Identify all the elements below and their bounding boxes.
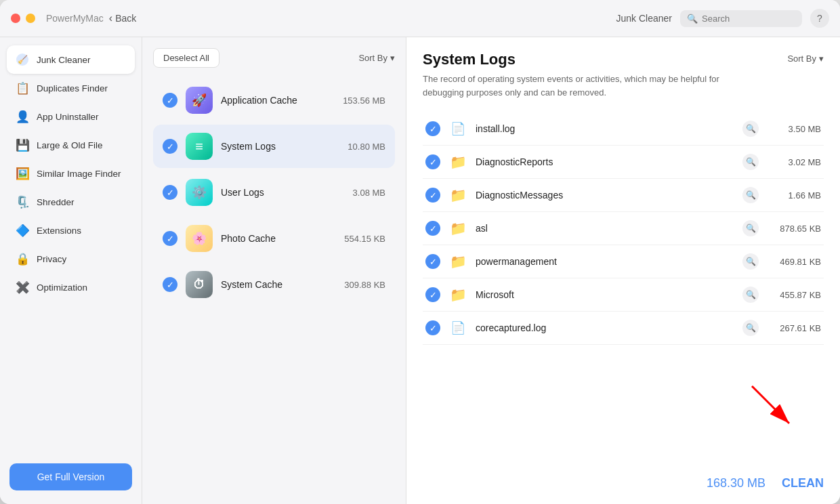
- microsoft-search-icon[interactable]: 🔍: [742, 287, 759, 303]
- help-button[interactable]: ?: [810, 9, 829, 28]
- category-item-photo-cache[interactable]: ✓ 🌸 Photo Cache 554.15 KB: [153, 217, 395, 260]
- titlebar: PowerMyMac ‹ Back Junk Cleaner 🔍 ?: [0, 0, 840, 37]
- asl-search-icon[interactable]: 🔍: [742, 220, 759, 236]
- category-item-app-cache[interactable]: ✓ 🚀 Application Cache 153.56 MB: [153, 79, 395, 122]
- diagnostic-reports-name: DiagnosticReports: [476, 156, 734, 167]
- microsoft-checkbox[interactable]: ✓: [425, 287, 440, 302]
- sidebar-item-similar-image-finder[interactable]: 🖼️ Similar Image Finder: [7, 159, 135, 188]
- user-logs-icon: ⚙️: [186, 179, 213, 206]
- app-cache-name: Application Cache: [221, 95, 335, 106]
- sidebar-item-privacy[interactable]: 🔒 Privacy: [7, 245, 135, 273]
- clean-button[interactable]: CLEAN: [782, 476, 824, 490]
- right-panel-title: System Logs: [423, 51, 824, 68]
- sort-by-dropdown[interactable]: Sort By ▾: [358, 53, 395, 63]
- deselect-all-button[interactable]: Deselect All: [153, 48, 219, 68]
- asl-name: asl: [476, 223, 734, 234]
- powermanagement-size: 469.81 KB: [767, 257, 821, 267]
- app-cache-checkbox[interactable]: ✓: [163, 93, 177, 108]
- system-cache-name: System Cache: [221, 279, 336, 290]
- sidebar-item-extensions[interactable]: 🔷 Extensions: [7, 216, 135, 245]
- photo-cache-checkbox[interactable]: ✓: [163, 231, 177, 246]
- photo-cache-info: Photo Cache: [221, 233, 336, 244]
- sidebar-item-label: Extensions: [37, 226, 81, 236]
- corecaptured-log-search-icon[interactable]: 🔍: [742, 320, 759, 336]
- system-logs-info: System Logs: [221, 141, 339, 152]
- file-item-powermanagement[interactable]: ✓ 📁 powermanagement 🔍 469.81 KB: [423, 245, 824, 278]
- install-log-checkbox[interactable]: ✓: [425, 121, 440, 136]
- corecaptured-log-icon: 📄: [448, 318, 467, 337]
- asl-size: 878.65 KB: [767, 224, 821, 234]
- main-window: PowerMyMac ‹ Back Junk Cleaner 🔍 ? 🧹 Jun…: [0, 0, 840, 504]
- sidebar-item-junk-cleaner[interactable]: 🧹 Junk Cleaner: [7, 45, 135, 74]
- minimize-button[interactable]: [26, 14, 35, 23]
- diagnostic-reports-checkbox[interactable]: ✓: [425, 154, 440, 169]
- sidebar: 🧹 Junk Cleaner 📋 Duplicates Finder 👤 App…: [0, 37, 142, 504]
- asl-checkbox[interactable]: ✓: [425, 221, 440, 236]
- powermanagement-search-icon[interactable]: 🔍: [742, 253, 759, 270]
- large-old-file-icon: 💾: [15, 138, 30, 152]
- sidebar-item-duplicates-finder[interactable]: 📋 Duplicates Finder: [7, 74, 135, 102]
- sidebar-item-label: Shredder: [37, 197, 75, 207]
- chevron-left-icon: ‹: [109, 12, 112, 24]
- sidebar-item-large-old-file[interactable]: 💾 Large & Old File: [7, 131, 135, 159]
- diagnostic-reports-search-icon[interactable]: 🔍: [742, 154, 759, 170]
- sidebar-item-app-uninstaller[interactable]: 👤 App Uninstaller: [7, 102, 135, 131]
- file-item-asl[interactable]: ✓ 📁 asl 🔍 878.65 KB: [423, 212, 824, 245]
- user-logs-size: 3.08 MB: [353, 188, 385, 198]
- system-cache-info: System Cache: [221, 279, 336, 290]
- powermanagement-checkbox[interactable]: ✓: [425, 254, 440, 269]
- diagnostic-reports-icon: 📁: [448, 152, 467, 171]
- search-bar[interactable]: 🔍: [680, 10, 802, 27]
- duplicates-finder-icon: 📋: [15, 81, 30, 96]
- middle-panel: Deselect All Sort By ▾ ✓ 🚀 Application C…: [142, 37, 406, 504]
- category-item-system-cache[interactable]: ✓ ⏱ System Cache 309.88 KB: [153, 263, 395, 306]
- file-item-diagnostic-messages[interactable]: ✓ 📁 DiagnosticMessages 🔍 1.66 MB: [423, 179, 824, 212]
- diagnostic-messages-search-icon[interactable]: 🔍: [742, 187, 759, 203]
- user-logs-checkbox[interactable]: ✓: [163, 185, 177, 200]
- get-full-version-button[interactable]: Get Full Version: [9, 463, 132, 490]
- corecaptured-log-checkbox[interactable]: ✓: [425, 320, 440, 335]
- file-item-corecaptured-log[interactable]: ✓ 📄 corecaptured.log 🔍 267.61 KB: [423, 312, 824, 345]
- right-sort-by[interactable]: Sort By ▾: [787, 54, 824, 64]
- app-cache-size: 153.56 MB: [343, 96, 385, 106]
- category-item-system-logs[interactable]: ✓ ≡ System Logs 10.80 MB: [153, 125, 395, 168]
- file-item-install-log[interactable]: ✓ 📄 install.log 🔍 3.50 MB: [423, 112, 824, 146]
- right-panel: Sort By ▾ System Logs The record of oper…: [406, 37, 840, 504]
- search-input[interactable]: [702, 14, 795, 24]
- file-item-microsoft[interactable]: ✓ 📁 Microsoft 🔍 455.87 KB: [423, 278, 824, 312]
- sidebar-item-label: Large & Old File: [37, 140, 103, 150]
- photo-cache-size: 554.15 KB: [344, 234, 385, 244]
- right-sort-chevron-icon: ▾: [819, 54, 824, 64]
- similar-image-finder-icon: 🖼️: [15, 166, 30, 181]
- sort-by-chevron-icon: ▾: [390, 53, 395, 63]
- powermanagement-name: powermanagement: [476, 256, 734, 267]
- titlebar-title: Junk Cleaner: [616, 13, 673, 24]
- sidebar-item-label: Privacy: [37, 254, 66, 264]
- file-item-diagnostic-reports[interactable]: ✓ 📁 DiagnosticReports 🔍 3.02 MB: [423, 146, 824, 179]
- category-item-user-logs[interactable]: ✓ ⚙️ User Logs 3.08 MB: [153, 171, 395, 214]
- sidebar-item-optimization[interactable]: ✖️ Optimization: [7, 273, 135, 301]
- system-cache-checkbox[interactable]: ✓: [163, 277, 177, 292]
- sidebar-item-shredder[interactable]: 🗜️ Shredder: [7, 188, 135, 216]
- close-button[interactable]: [11, 14, 20, 23]
- diagnostic-messages-checkbox[interactable]: ✓: [425, 188, 440, 203]
- sidebar-items: 🧹 Junk Cleaner 📋 Duplicates Finder 👤 App…: [7, 45, 135, 301]
- privacy-icon: 🔒: [15, 251, 30, 266]
- photo-cache-name: Photo Cache: [221, 233, 336, 244]
- system-cache-size: 309.88 KB: [344, 280, 385, 290]
- diagnostic-messages-icon: 📁: [448, 186, 467, 205]
- system-logs-checkbox[interactable]: ✓: [163, 139, 177, 154]
- app-cache-icon: 🚀: [186, 87, 213, 114]
- user-logs-info: User Logs: [221, 187, 345, 198]
- file-list: ✓ 📄 install.log 🔍 3.50 MB ✓ 📁 Diagnostic…: [423, 112, 824, 465]
- asl-icon: 📁: [448, 219, 467, 238]
- system-cache-icon: ⏱: [186, 271, 213, 298]
- back-button[interactable]: ‹ Back: [104, 8, 142, 28]
- search-icon: 🔍: [687, 14, 698, 24]
- photo-cache-icon: 🌸: [186, 225, 213, 252]
- install-log-search-icon[interactable]: 🔍: [742, 121, 759, 137]
- main-content: 🧹 Junk Cleaner 📋 Duplicates Finder 👤 App…: [0, 37, 840, 504]
- total-size: 168.30 MB: [707, 476, 765, 490]
- app-cache-info: Application Cache: [221, 95, 335, 106]
- right-panel-description: The record of operating system events or…: [423, 72, 748, 99]
